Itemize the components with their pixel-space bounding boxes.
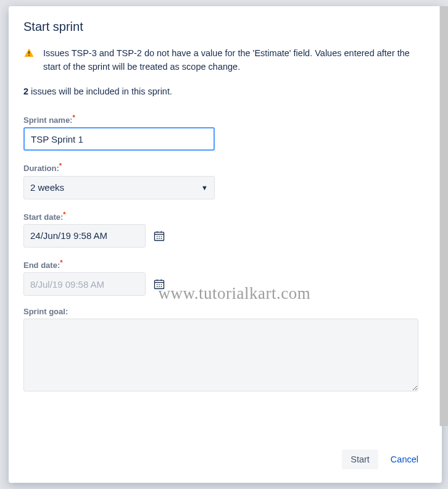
svg-point-9: [157, 238, 158, 239]
svg-point-8: [161, 236, 162, 237]
required-star: *: [63, 211, 65, 218]
chevron-down-icon: ▼: [201, 184, 208, 191]
svg-point-16: [157, 284, 158, 285]
warning-text: Issues TSP-3 and TSP-2 do not have a val…: [43, 46, 427, 74]
sprint-name-input[interactable]: [23, 127, 215, 151]
svg-rect-0: [28, 51, 30, 54]
warning-row: Issues TSP-3 and TSP-2 do not have a val…: [23, 46, 427, 74]
scrollbar-track[interactable]: [439, 6, 448, 426]
start-date-value: 24/Jun/19 9:58 AM: [30, 230, 107, 241]
start-date-label: Start date:*: [23, 211, 427, 222]
sprint-goal-textarea[interactable]: [23, 319, 418, 391]
svg-rect-1: [28, 55, 30, 56]
duration-label-text: Duration:: [23, 164, 59, 173]
calendar-icon[interactable]: [153, 278, 165, 290]
start-button[interactable]: Start: [342, 449, 378, 469]
duration-select[interactable]: 2 weeks ▼: [23, 176, 215, 199]
sprint-name-label-text: Sprint name:: [23, 115, 72, 125]
svg-point-17: [159, 284, 160, 285]
calendar-icon[interactable]: [153, 230, 165, 242]
sprint-goal-label: Sprint goal:: [23, 307, 427, 316]
required-star: *: [60, 259, 62, 266]
sprint-goal-field: Sprint goal:: [23, 307, 427, 394]
sprint-name-label: Sprint name:*: [23, 114, 427, 125]
svg-point-18: [161, 284, 162, 285]
cancel-button[interactable]: Cancel: [382, 449, 427, 469]
svg-point-7: [159, 236, 160, 237]
required-star: *: [59, 162, 62, 169]
end-date-input[interactable]: 8/Jul/19 09:58 AM: [23, 272, 146, 296]
duration-label: Duration:*: [23, 162, 427, 173]
required-star: *: [72, 114, 75, 121]
scrollbar-thumb[interactable]: [440, 6, 448, 426]
svg-point-11: [161, 238, 162, 239]
svg-point-21: [161, 286, 162, 288]
end-date-value: 8/Jul/19 09:58 AM: [30, 279, 104, 290]
end-date-label: End date:*: [23, 259, 427, 270]
end-date-field: End date:* 8/Jul/19 09:58 AM: [23, 259, 427, 296]
issue-count-row: 2 issues will be included in this sprint…: [23, 86, 427, 96]
svg-point-20: [159, 286, 160, 288]
svg-point-10: [159, 238, 160, 239]
duration-field: Duration:* 2 weeks ▼: [23, 162, 427, 199]
warning-icon: [23, 48, 35, 59]
start-date-label-text: Start date:: [23, 212, 63, 222]
start-date-input[interactable]: 24/Jun/19 9:58 AM: [23, 224, 146, 248]
issue-count-suffix: issues will be included in this sprint.: [28, 86, 172, 96]
modal-footer: Start Cancel: [9, 441, 442, 483]
sprint-name-field: Sprint name:*: [23, 114, 427, 151]
modal-body: Start sprint Issues TSP-3 and TSP-2 do n…: [9, 6, 442, 441]
issue-count-number: 2: [23, 86, 28, 96]
duration-value: 2 weeks: [30, 182, 64, 193]
svg-point-6: [157, 236, 158, 237]
modal-title: Start sprint: [23, 20, 427, 34]
start-sprint-modal: Start sprint Issues TSP-3 and TSP-2 do n…: [9, 6, 442, 483]
start-date-field: Start date:* 24/Jun/19 9:58 AM: [23, 211, 427, 248]
end-date-label-text: End date:: [23, 261, 60, 270]
svg-point-19: [157, 286, 158, 288]
